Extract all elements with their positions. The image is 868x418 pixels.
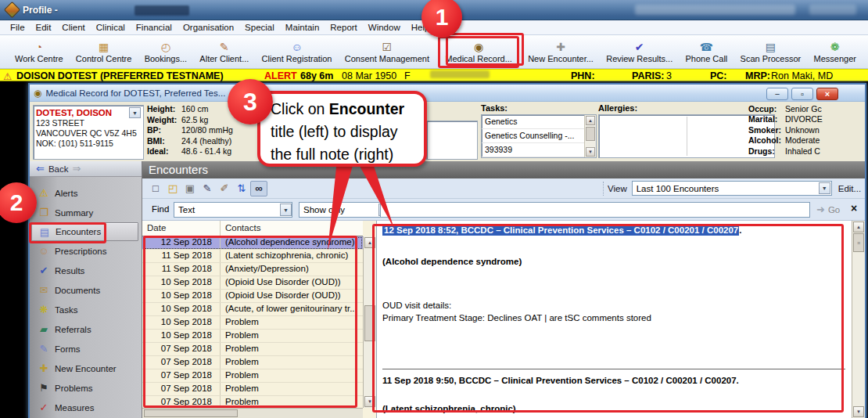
search-input[interactable] bbox=[380, 202, 810, 218]
task-item[interactable]: 393939 bbox=[482, 143, 596, 157]
back-label[interactable]: Back bbox=[48, 164, 69, 174]
scrollbar-thumb[interactable] bbox=[586, 127, 595, 141]
scroll-down-icon[interactable]: ▼ bbox=[364, 396, 375, 407]
toolbar-button[interactable]: ❁ Messenger bbox=[810, 36, 860, 68]
toolbar-button[interactable]: ✚ New Encounter... bbox=[524, 36, 597, 68]
scroll-up-icon[interactable]: ▲ bbox=[586, 116, 595, 125]
back-navigation[interactable]: ⇐ Back ⇒ bbox=[30, 161, 142, 177]
encounters-toolbar-icon[interactable]: □ bbox=[147, 181, 164, 196]
note-entry-header[interactable]: 12 Sep 2018 8:52, BCCDC – Clinical Preve… bbox=[382, 225, 845, 236]
table-row[interactable]: 07 Sep 2018 Problem bbox=[142, 356, 363, 369]
scroll-down-icon[interactable]: ▼ bbox=[853, 406, 864, 417]
window-control-button[interactable]: × bbox=[816, 88, 838, 100]
close-find-icon[interactable]: × bbox=[851, 202, 857, 214]
edit-view-link[interactable]: Edit... bbox=[838, 184, 861, 193]
dropdown-arrow-icon[interactable]: ▼ bbox=[819, 182, 830, 194]
scroll-up-icon[interactable]: ▲ bbox=[853, 222, 864, 232]
table-row[interactable]: 07 Sep 2018 Problem bbox=[142, 396, 363, 408]
tasks-scrollbar[interactable]: ▲ ▼ bbox=[584, 115, 596, 157]
menu-item[interactable]: Client bbox=[56, 21, 90, 34]
tasks-panel: Tasks: Genetics Genetics Counselling -..… bbox=[481, 103, 597, 158]
dropdown-arrow-icon[interactable]: ▼ bbox=[280, 204, 292, 216]
find-label: Find bbox=[152, 204, 169, 214]
alert-flag[interactable]: ALERT bbox=[264, 70, 297, 81]
sidebar-item[interactable]: ❋ Tasks bbox=[30, 300, 142, 319]
patient-name[interactable]: DOTEST, DOISON bbox=[36, 108, 112, 117]
table-row[interactable]: 10 Sep 2018 Problem bbox=[142, 316, 363, 330]
sidebar-item[interactable]: ▤ Encounters bbox=[31, 222, 138, 241]
menu-item[interactable]: Edit bbox=[30, 21, 57, 34]
table-row[interactable]: 07 Sep 2018 Problem bbox=[142, 383, 363, 396]
encounters-toolbar-icon[interactable]: ⇅ bbox=[233, 181, 250, 196]
table-row[interactable]: 07 Sep 2018 Problem bbox=[142, 343, 363, 356]
scroll-down-icon[interactable]: ▼ bbox=[586, 147, 595, 157]
sidebar-item[interactable]: ✚ New Encounter bbox=[30, 359, 142, 378]
sidebar-item[interactable]: ▰ Referrals bbox=[30, 319, 142, 339]
toolbar-button[interactable]: ✎ Alter Client... bbox=[195, 36, 253, 68]
encounters-toolbar-icon[interactable]: ▣ bbox=[181, 181, 199, 196]
toolbar-button[interactable]: ▦ Control Centre bbox=[72, 36, 136, 68]
sidebar-item[interactable]: ❐ Summary bbox=[30, 203, 142, 222]
table-row[interactable]: 12 Sep 2018 (Alcohol dependence syndrome… bbox=[142, 236, 363, 250]
sidebar-item-icon: ⚠ bbox=[38, 187, 50, 199]
note-entry-header[interactable]: 11 Sep 2018 9:50, BCCDC – Clinical Preve… bbox=[382, 375, 845, 386]
patient-dropdown-icon[interactable]: ▼ bbox=[129, 107, 141, 118]
toolbar-button[interactable]: ◔ Work Centre bbox=[11, 36, 67, 68]
menu-item[interactable]: Organisation bbox=[178, 21, 239, 34]
sidebar-item-icon: ✉ bbox=[38, 284, 50, 296]
encounters-toolbar-icon[interactable]: ✎ bbox=[199, 181, 216, 196]
menu-item[interactable]: Clinical bbox=[91, 21, 131, 34]
note-text[interactable]: 12 Sep 2018 8:52, BCCDC – Clinical Preve… bbox=[377, 221, 852, 418]
menu-item[interactable]: Financial bbox=[131, 21, 178, 34]
toolbar-button[interactable]: ◉ Medical Record... bbox=[438, 36, 519, 68]
column-header-contacts[interactable]: Contacts bbox=[221, 221, 260, 236]
table-row[interactable]: 11 Sep 2018 (Anxiety/Depression) bbox=[142, 263, 363, 276]
scroll-up-icon[interactable]: ▲ bbox=[364, 237, 375, 248]
note-scrollbar[interactable]: ▲ ≡ ▼ bbox=[852, 221, 865, 418]
table-row[interactable]: 10 Sep 2018 (Acute, of lower genitourina… bbox=[142, 303, 363, 316]
task-item[interactable]: Genetics bbox=[482, 115, 596, 129]
sidebar-item[interactable]: ☺ Prescriptions bbox=[30, 241, 142, 261]
find-type-select[interactable]: Text ▼ bbox=[174, 202, 292, 218]
encounters-toolbar-icon[interactable]: ◰ bbox=[164, 181, 181, 196]
go-button[interactable]: ➜ Go bbox=[816, 204, 840, 215]
scrollbar-thumb[interactable] bbox=[364, 305, 375, 341]
table-row[interactable]: 10 Sep 2018 (Opioid Use Disorder (OUD)) bbox=[142, 276, 363, 290]
window-control-button[interactable]: ▫ bbox=[791, 88, 813, 100]
table-row[interactable]: 10 Sep 2018 (Opioid Use Disorder (OUD)) bbox=[142, 290, 363, 303]
sidebar-item[interactable]: ✔ Results bbox=[30, 261, 142, 280]
back-arrow-icon[interactable]: ⇐ bbox=[36, 163, 45, 175]
toolbar-button[interactable]: ☺ Client Registration bbox=[258, 36, 336, 68]
sidebar-item[interactable]: ✉ Documents bbox=[30, 280, 142, 300]
table-horizontal-scrollbar[interactable] bbox=[142, 408, 363, 418]
redacted-title-text bbox=[635, 5, 795, 15]
menu-item[interactable]: Window bbox=[363, 21, 406, 34]
menu-item[interactable]: Report bbox=[325, 21, 363, 34]
scrollbar-thumb[interactable] bbox=[144, 409, 238, 417]
column-header-date[interactable]: Date bbox=[142, 221, 221, 236]
toolbar-button[interactable]: ✔ Review Results... bbox=[602, 36, 676, 68]
sidebar-item[interactable]: ✎ Forms bbox=[30, 339, 142, 359]
encounters-toolbar-icon[interactable]: ✐ bbox=[216, 181, 233, 196]
view-select[interactable]: Last 100 Encounters ▼ bbox=[632, 181, 832, 196]
scrollbar-thumb[interactable]: ≡ bbox=[853, 233, 864, 252]
sidebar-item[interactable]: ⚠ Alerts bbox=[30, 183, 142, 203]
menu-item[interactable]: File bbox=[5, 21, 30, 34]
window-control-button[interactable]: − bbox=[766, 88, 788, 100]
table-scrollbar[interactable]: ▲ ▼ bbox=[363, 236, 376, 408]
forward-arrow-icon[interactable]: ⇒ bbox=[72, 163, 81, 175]
sidebar-item[interactable]: ✓ Measures bbox=[30, 398, 142, 417]
toolbar-button[interactable]: ☑ Consent Management bbox=[341, 36, 433, 68]
table-row[interactable]: 07 Sep 2018 Problem bbox=[142, 369, 363, 383]
toolbar-button[interactable]: ◴ Bookings... bbox=[141, 36, 191, 68]
table-row[interactable]: 10 Sep 2018 Problem bbox=[142, 330, 363, 343]
task-item[interactable]: Genetics Counselling -... bbox=[482, 129, 596, 143]
encounters-toolbar-icon[interactable]: ∞ bbox=[250, 181, 267, 196]
menu-item[interactable]: Special bbox=[239, 21, 280, 34]
toolbar-button[interactable]: ▤ Scan Processor bbox=[737, 36, 805, 68]
show-only-select[interactable]: Show only ▼ bbox=[299, 202, 391, 218]
table-row[interactable]: 11 Sep 2018 (Latent schizophrenia, chron… bbox=[142, 250, 363, 263]
menu-item[interactable]: Maintain bbox=[280, 21, 325, 34]
sidebar-item[interactable]: ⚑ Problems bbox=[30, 378, 142, 398]
toolbar-button[interactable]: ☎ Phone Call bbox=[681, 36, 731, 68]
